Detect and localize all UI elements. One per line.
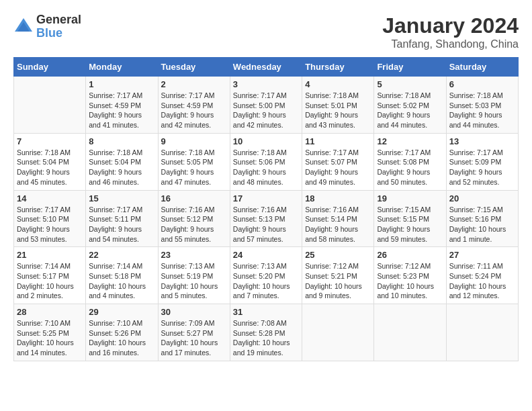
day-info: Sunrise: 7:16 AM Sunset: 5:13 PM Dayligh… xyxy=(233,205,299,244)
day-info: Sunrise: 7:17 AM Sunset: 5:11 PM Dayligh… xyxy=(89,205,154,244)
day-cell xyxy=(446,304,518,361)
day-info: Sunrise: 7:17 AM Sunset: 5:07 PM Dayligh… xyxy=(305,148,371,187)
header-cell-friday: Friday xyxy=(374,58,446,77)
day-info: Sunrise: 7:12 AM Sunset: 5:23 PM Dayligh… xyxy=(377,261,443,301)
day-cell: 29Sunrise: 7:10 AM Sunset: 5:26 PM Dayli… xyxy=(86,304,158,361)
day-info: Sunrise: 7:14 AM Sunset: 5:18 PM Dayligh… xyxy=(89,261,154,301)
day-info: Sunrise: 7:12 AM Sunset: 5:21 PM Dayligh… xyxy=(305,261,371,301)
day-info: Sunrise: 7:18 AM Sunset: 5:06 PM Dayligh… xyxy=(233,148,299,187)
day-cell xyxy=(374,304,446,361)
logo: General Blue xyxy=(13,13,81,40)
day-cell: 20Sunrise: 7:15 AM Sunset: 5:16 PM Dayli… xyxy=(446,190,518,247)
calendar-body: 1Sunrise: 7:17 AM Sunset: 4:59 PM Daylig… xyxy=(14,77,519,361)
header-cell-sunday: Sunday xyxy=(14,58,86,77)
day-number: 28 xyxy=(17,307,83,317)
day-number: 1 xyxy=(89,79,154,89)
day-number: 16 xyxy=(161,193,227,203)
day-cell: 23Sunrise: 7:13 AM Sunset: 5:19 PM Dayli… xyxy=(158,247,230,304)
day-cell: 5Sunrise: 7:18 AM Sunset: 5:02 PM Daylig… xyxy=(374,77,446,134)
day-number: 5 xyxy=(377,79,443,89)
day-info: Sunrise: 7:17 AM Sunset: 5:09 PM Dayligh… xyxy=(449,148,515,187)
header-cell-wednesday: Wednesday xyxy=(230,58,302,77)
day-info: Sunrise: 7:17 AM Sunset: 5:10 PM Dayligh… xyxy=(17,205,83,244)
day-number: 9 xyxy=(161,136,227,146)
header-row: SundayMondayTuesdayWednesdayThursdayFrid… xyxy=(14,58,519,77)
day-cell: 1Sunrise: 7:17 AM Sunset: 4:59 PM Daylig… xyxy=(86,77,158,134)
logo-text: General Blue xyxy=(36,13,81,40)
day-number: 29 xyxy=(89,307,154,317)
day-cell: 10Sunrise: 7:18 AM Sunset: 5:06 PM Dayli… xyxy=(230,133,302,190)
day-info: Sunrise: 7:13 AM Sunset: 5:20 PM Dayligh… xyxy=(233,261,299,301)
day-info: Sunrise: 7:18 AM Sunset: 5:01 PM Dayligh… xyxy=(305,91,371,130)
day-info: Sunrise: 7:15 AM Sunset: 5:16 PM Dayligh… xyxy=(449,205,515,244)
day-info: Sunrise: 7:15 AM Sunset: 5:15 PM Dayligh… xyxy=(377,205,443,244)
day-number: 31 xyxy=(233,307,299,317)
day-cell: 25Sunrise: 7:12 AM Sunset: 5:21 PM Dayli… xyxy=(302,247,374,304)
day-cell: 11Sunrise: 7:17 AM Sunset: 5:07 PM Dayli… xyxy=(302,133,374,190)
day-info: Sunrise: 7:18 AM Sunset: 5:04 PM Dayligh… xyxy=(17,148,83,187)
day-cell: 16Sunrise: 7:16 AM Sunset: 5:12 PM Dayli… xyxy=(158,190,230,247)
day-number: 20 xyxy=(449,193,515,203)
day-number: 6 xyxy=(449,79,515,89)
day-number: 3 xyxy=(233,79,299,89)
day-cell: 4Sunrise: 7:18 AM Sunset: 5:01 PM Daylig… xyxy=(302,77,374,134)
day-number: 22 xyxy=(89,250,154,260)
day-number: 18 xyxy=(305,193,371,203)
location-label: Tanfang, Shandong, China xyxy=(382,38,519,50)
day-cell: 14Sunrise: 7:17 AM Sunset: 5:10 PM Dayli… xyxy=(14,190,86,247)
calendar-header: SundayMondayTuesdayWednesdayThursdayFrid… xyxy=(14,58,519,77)
logo-icon xyxy=(13,17,34,37)
day-info: Sunrise: 7:17 AM Sunset: 5:08 PM Dayligh… xyxy=(377,148,443,187)
day-info: Sunrise: 7:14 AM Sunset: 5:17 PM Dayligh… xyxy=(17,261,83,301)
day-number: 14 xyxy=(17,193,83,203)
day-cell: 30Sunrise: 7:09 AM Sunset: 5:27 PM Dayli… xyxy=(158,304,230,361)
day-number: 17 xyxy=(233,193,299,203)
day-number: 13 xyxy=(449,136,515,146)
day-cell xyxy=(14,77,86,134)
day-cell: 13Sunrise: 7:17 AM Sunset: 5:09 PM Dayli… xyxy=(446,133,518,190)
title-block: January 2024 Tanfang, Shandong, China xyxy=(382,13,519,50)
day-number: 23 xyxy=(161,250,227,260)
day-cell: 19Sunrise: 7:15 AM Sunset: 5:15 PM Dayli… xyxy=(374,190,446,247)
week-row-5: 28Sunrise: 7:10 AM Sunset: 5:25 PM Dayli… xyxy=(14,304,519,361)
day-cell: 6Sunrise: 7:18 AM Sunset: 5:03 PM Daylig… xyxy=(446,77,518,134)
day-number: 19 xyxy=(377,193,443,203)
day-cell: 18Sunrise: 7:16 AM Sunset: 5:14 PM Dayli… xyxy=(302,190,374,247)
day-info: Sunrise: 7:10 AM Sunset: 5:26 PM Dayligh… xyxy=(89,318,154,358)
day-info: Sunrise: 7:18 AM Sunset: 5:02 PM Dayligh… xyxy=(377,91,443,130)
week-row-3: 14Sunrise: 7:17 AM Sunset: 5:10 PM Dayli… xyxy=(14,190,519,247)
day-number: 21 xyxy=(17,250,83,260)
day-info: Sunrise: 7:10 AM Sunset: 5:25 PM Dayligh… xyxy=(17,318,83,358)
header-cell-tuesday: Tuesday xyxy=(158,58,230,77)
header-cell-saturday: Saturday xyxy=(446,58,518,77)
day-cell: 3Sunrise: 7:17 AM Sunset: 5:00 PM Daylig… xyxy=(230,77,302,134)
logo-blue: Blue xyxy=(36,27,81,40)
day-cell: 12Sunrise: 7:17 AM Sunset: 5:08 PM Dayli… xyxy=(374,133,446,190)
day-cell: 2Sunrise: 7:17 AM Sunset: 4:59 PM Daylig… xyxy=(158,77,230,134)
day-info: Sunrise: 7:16 AM Sunset: 5:14 PM Dayligh… xyxy=(305,205,371,244)
week-row-2: 7Sunrise: 7:18 AM Sunset: 5:04 PM Daylig… xyxy=(14,133,519,190)
day-number: 8 xyxy=(89,136,154,146)
page-header: General Blue January 2024 Tanfang, Shand… xyxy=(13,13,519,50)
day-cell: 21Sunrise: 7:14 AM Sunset: 5:17 PM Dayli… xyxy=(14,247,86,304)
day-cell: 31Sunrise: 7:08 AM Sunset: 5:28 PM Dayli… xyxy=(230,304,302,361)
day-number: 12 xyxy=(377,136,443,146)
calendar-table: SundayMondayTuesdayWednesdayThursdayFrid… xyxy=(13,57,519,361)
header-cell-monday: Monday xyxy=(86,58,158,77)
day-number: 4 xyxy=(305,79,371,89)
day-cell: 8Sunrise: 7:18 AM Sunset: 5:04 PM Daylig… xyxy=(86,133,158,190)
week-row-1: 1Sunrise: 7:17 AM Sunset: 4:59 PM Daylig… xyxy=(14,77,519,134)
day-info: Sunrise: 7:17 AM Sunset: 4:59 PM Dayligh… xyxy=(161,91,227,130)
day-number: 11 xyxy=(305,136,371,146)
week-row-4: 21Sunrise: 7:14 AM Sunset: 5:17 PM Dayli… xyxy=(14,247,519,304)
day-cell: 28Sunrise: 7:10 AM Sunset: 5:25 PM Dayli… xyxy=(14,304,86,361)
day-cell: 17Sunrise: 7:16 AM Sunset: 5:13 PM Dayli… xyxy=(230,190,302,247)
day-cell: 24Sunrise: 7:13 AM Sunset: 5:20 PM Dayli… xyxy=(230,247,302,304)
day-info: Sunrise: 7:08 AM Sunset: 5:28 PM Dayligh… xyxy=(233,318,299,358)
day-cell: 9Sunrise: 7:18 AM Sunset: 5:05 PM Daylig… xyxy=(158,133,230,190)
day-number: 27 xyxy=(449,250,515,260)
day-cell xyxy=(302,304,374,361)
day-number: 2 xyxy=(161,79,227,89)
day-info: Sunrise: 7:17 AM Sunset: 4:59 PM Dayligh… xyxy=(89,91,154,130)
day-number: 30 xyxy=(161,307,227,317)
